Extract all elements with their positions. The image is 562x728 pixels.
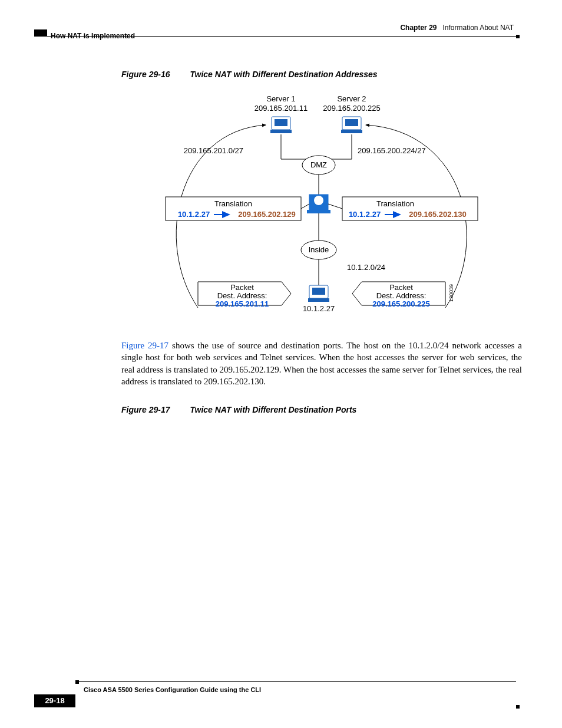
packet-right-l1: Packet <box>389 283 413 292</box>
svg-rect-11 <box>308 298 329 302</box>
figure-id: 130039 <box>448 284 454 302</box>
footer-guide: Cisco ASA 5500 Series Configuration Guid… <box>84 686 261 693</box>
chapter-no: Chapter 29 <box>400 24 437 32</box>
chapter-title: Information About NAT <box>442 24 514 32</box>
svg-rect-4 <box>345 119 358 126</box>
packet-left-l1: Packet <box>230 283 254 292</box>
translation-right-to: 209.165.202.130 <box>409 210 467 219</box>
net-left: 209.165.201.0/27 <box>184 146 243 155</box>
translation-left-title: Translation <box>214 199 252 208</box>
packet-left-l3: 209.165.201.11 <box>216 299 269 308</box>
header-marker-right <box>516 35 520 38</box>
link <box>301 204 309 209</box>
svg-rect-2 <box>270 130 292 133</box>
inside-net: 10.1.2.0/24 <box>347 263 385 272</box>
figure-16-title: Twice NAT with Different Destination Add… <box>190 70 377 79</box>
translation-left-to: 209.165.202.129 <box>238 210 296 219</box>
page-number: 29-18 <box>34 694 75 707</box>
translation-left-from: 10.1.2.27 <box>178 210 210 219</box>
section-title: How NAT is Implemented <box>51 32 135 40</box>
figure-17-link[interactable]: Figure 29-17 <box>121 341 168 350</box>
host-ip: 10.1.2.27 <box>303 304 335 313</box>
link <box>328 204 342 209</box>
server-icon <box>341 117 362 133</box>
net-right: 209.165.200.224/27 <box>358 146 426 155</box>
dmz-label: DMZ <box>310 160 327 169</box>
figure-17-title: Twice NAT with Different Destination Por… <box>190 405 356 414</box>
footer-rule <box>79 681 516 682</box>
figure-16-caption: Figure 29-16Twice NAT with Different Des… <box>121 70 522 79</box>
packet-left-l2: Dest. Address: <box>217 291 267 300</box>
figure-17-caption: Figure 29-17Twice NAT with Different Des… <box>121 405 522 414</box>
svg-point-7 <box>314 196 323 205</box>
section-marker <box>34 29 47 37</box>
translation-right-from: 10.1.2.27 <box>349 210 381 219</box>
packet-right-l3: 209.165.200.225 <box>372 299 430 308</box>
figure-16-diagram: Server 1 209.165.201.11 Server 2 209.165… <box>160 90 484 331</box>
svg-rect-10 <box>312 288 325 295</box>
server1-ip: 209.165.201.11 <box>254 104 308 113</box>
server2-label: Server 2 <box>337 94 366 103</box>
server-icon <box>270 117 292 133</box>
footer-marker <box>75 680 79 684</box>
figure-17-number: Figure 29-17 <box>121 405 170 414</box>
footer-marker-right <box>516 705 520 709</box>
body-paragraph: Figure 29-17 shows the use of source and… <box>121 340 522 387</box>
packet-right-l2: Dest. Address: <box>376 291 427 300</box>
server1-label: Server 1 <box>266 94 295 103</box>
server2-ip: 209.165.200.225 <box>323 104 381 113</box>
svg-rect-8 <box>307 210 330 213</box>
translation-right-title: Translation <box>376 199 414 208</box>
host-icon <box>308 285 329 302</box>
figure-16-number: Figure 29-16 <box>121 70 170 79</box>
firewall-icon <box>307 195 330 213</box>
paragraph-text: shows the use of source and destination … <box>121 341 522 386</box>
inside-label: Inside <box>309 245 329 254</box>
svg-rect-1 <box>275 119 287 126</box>
svg-rect-5 <box>341 130 362 133</box>
header-right: Chapter 29Information About NAT <box>400 24 514 32</box>
